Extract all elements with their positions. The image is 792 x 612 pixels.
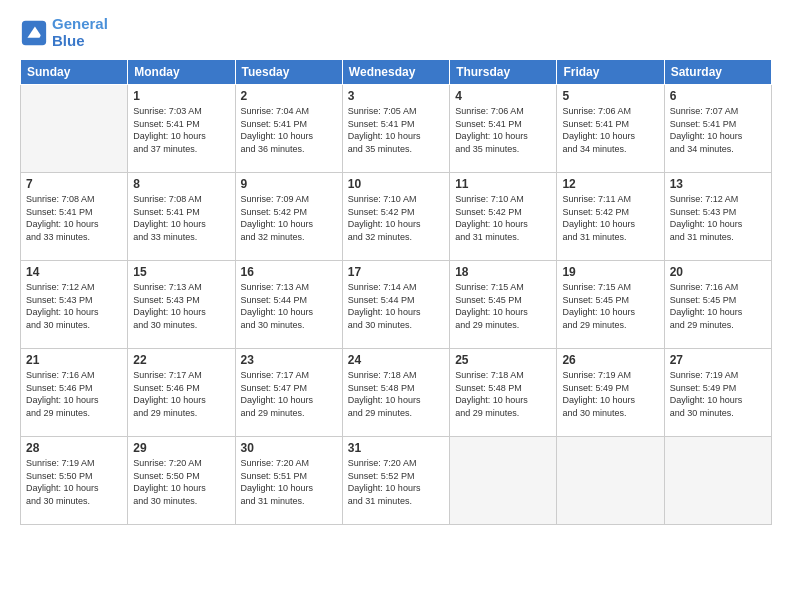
day-number: 3 bbox=[348, 89, 444, 103]
cell-info: Sunrise: 7:19 AM Sunset: 5:50 PM Dayligh… bbox=[26, 457, 122, 507]
cell-info: Sunrise: 7:20 AM Sunset: 5:50 PM Dayligh… bbox=[133, 457, 229, 507]
day-header-sunday: Sunday bbox=[21, 60, 128, 85]
day-number: 29 bbox=[133, 441, 229, 455]
cell-info: Sunrise: 7:11 AM Sunset: 5:42 PM Dayligh… bbox=[562, 193, 658, 243]
calendar-week-row: 28Sunrise: 7:19 AM Sunset: 5:50 PM Dayli… bbox=[21, 437, 772, 525]
cell-info: Sunrise: 7:12 AM Sunset: 5:43 PM Dayligh… bbox=[670, 193, 766, 243]
day-number: 17 bbox=[348, 265, 444, 279]
calendar-table: SundayMondayTuesdayWednesdayThursdayFrid… bbox=[20, 59, 772, 525]
calendar-cell: 1Sunrise: 7:03 AM Sunset: 5:41 PM Daylig… bbox=[128, 85, 235, 173]
day-number: 11 bbox=[455, 177, 551, 191]
logo: General Blue bbox=[20, 16, 108, 49]
cell-info: Sunrise: 7:14 AM Sunset: 5:44 PM Dayligh… bbox=[348, 281, 444, 331]
day-number: 6 bbox=[670, 89, 766, 103]
calendar-cell: 14Sunrise: 7:12 AM Sunset: 5:43 PM Dayli… bbox=[21, 261, 128, 349]
calendar-cell: 9Sunrise: 7:09 AM Sunset: 5:42 PM Daylig… bbox=[235, 173, 342, 261]
cell-info: Sunrise: 7:09 AM Sunset: 5:42 PM Dayligh… bbox=[241, 193, 337, 243]
cell-info: Sunrise: 7:15 AM Sunset: 5:45 PM Dayligh… bbox=[562, 281, 658, 331]
cell-info: Sunrise: 7:16 AM Sunset: 5:45 PM Dayligh… bbox=[670, 281, 766, 331]
day-number: 30 bbox=[241, 441, 337, 455]
day-number: 13 bbox=[670, 177, 766, 191]
day-number: 23 bbox=[241, 353, 337, 367]
calendar-cell: 7Sunrise: 7:08 AM Sunset: 5:41 PM Daylig… bbox=[21, 173, 128, 261]
cell-info: Sunrise: 7:04 AM Sunset: 5:41 PM Dayligh… bbox=[241, 105, 337, 155]
day-number: 2 bbox=[241, 89, 337, 103]
calendar-cell: 3Sunrise: 7:05 AM Sunset: 5:41 PM Daylig… bbox=[342, 85, 449, 173]
calendar-cell: 6Sunrise: 7:07 AM Sunset: 5:41 PM Daylig… bbox=[664, 85, 771, 173]
cell-info: Sunrise: 7:18 AM Sunset: 5:48 PM Dayligh… bbox=[455, 369, 551, 419]
calendar-cell: 25Sunrise: 7:18 AM Sunset: 5:48 PM Dayli… bbox=[450, 349, 557, 437]
cell-info: Sunrise: 7:06 AM Sunset: 5:41 PM Dayligh… bbox=[455, 105, 551, 155]
calendar-week-row: 21Sunrise: 7:16 AM Sunset: 5:46 PM Dayli… bbox=[21, 349, 772, 437]
page-container: General Blue SundayMondayTuesdayWednesda… bbox=[0, 0, 792, 612]
cell-info: Sunrise: 7:10 AM Sunset: 5:42 PM Dayligh… bbox=[455, 193, 551, 243]
day-number: 15 bbox=[133, 265, 229, 279]
calendar-cell bbox=[450, 437, 557, 525]
calendar-cell bbox=[21, 85, 128, 173]
calendar-cell: 2Sunrise: 7:04 AM Sunset: 5:41 PM Daylig… bbox=[235, 85, 342, 173]
day-number: 31 bbox=[348, 441, 444, 455]
calendar-cell: 16Sunrise: 7:13 AM Sunset: 5:44 PM Dayli… bbox=[235, 261, 342, 349]
calendar-week-row: 7Sunrise: 7:08 AM Sunset: 5:41 PM Daylig… bbox=[21, 173, 772, 261]
calendar-cell: 12Sunrise: 7:11 AM Sunset: 5:42 PM Dayli… bbox=[557, 173, 664, 261]
calendar-cell: 30Sunrise: 7:20 AM Sunset: 5:51 PM Dayli… bbox=[235, 437, 342, 525]
day-header-thursday: Thursday bbox=[450, 60, 557, 85]
day-header-tuesday: Tuesday bbox=[235, 60, 342, 85]
day-number: 27 bbox=[670, 353, 766, 367]
day-number: 5 bbox=[562, 89, 658, 103]
day-number: 8 bbox=[133, 177, 229, 191]
calendar-cell bbox=[664, 437, 771, 525]
cell-info: Sunrise: 7:18 AM Sunset: 5:48 PM Dayligh… bbox=[348, 369, 444, 419]
day-number: 26 bbox=[562, 353, 658, 367]
day-header-saturday: Saturday bbox=[664, 60, 771, 85]
calendar-cell: 27Sunrise: 7:19 AM Sunset: 5:49 PM Dayli… bbox=[664, 349, 771, 437]
cell-info: Sunrise: 7:20 AM Sunset: 5:52 PM Dayligh… bbox=[348, 457, 444, 507]
day-number: 22 bbox=[133, 353, 229, 367]
calendar-cell: 10Sunrise: 7:10 AM Sunset: 5:42 PM Dayli… bbox=[342, 173, 449, 261]
day-number: 21 bbox=[26, 353, 122, 367]
logo-text: General Blue bbox=[52, 16, 108, 49]
cell-info: Sunrise: 7:12 AM Sunset: 5:43 PM Dayligh… bbox=[26, 281, 122, 331]
calendar-week-row: 1Sunrise: 7:03 AM Sunset: 5:41 PM Daylig… bbox=[21, 85, 772, 173]
calendar-cell: 21Sunrise: 7:16 AM Sunset: 5:46 PM Dayli… bbox=[21, 349, 128, 437]
day-number: 7 bbox=[26, 177, 122, 191]
calendar-cell bbox=[557, 437, 664, 525]
day-number: 28 bbox=[26, 441, 122, 455]
calendar-cell: 15Sunrise: 7:13 AM Sunset: 5:43 PM Dayli… bbox=[128, 261, 235, 349]
calendar-cell: 22Sunrise: 7:17 AM Sunset: 5:46 PM Dayli… bbox=[128, 349, 235, 437]
logo-icon bbox=[20, 19, 48, 47]
cell-info: Sunrise: 7:17 AM Sunset: 5:46 PM Dayligh… bbox=[133, 369, 229, 419]
calendar-header-row: SundayMondayTuesdayWednesdayThursdayFrid… bbox=[21, 60, 772, 85]
day-header-monday: Monday bbox=[128, 60, 235, 85]
calendar-cell: 24Sunrise: 7:18 AM Sunset: 5:48 PM Dayli… bbox=[342, 349, 449, 437]
cell-info: Sunrise: 7:20 AM Sunset: 5:51 PM Dayligh… bbox=[241, 457, 337, 507]
cell-info: Sunrise: 7:19 AM Sunset: 5:49 PM Dayligh… bbox=[670, 369, 766, 419]
cell-info: Sunrise: 7:07 AM Sunset: 5:41 PM Dayligh… bbox=[670, 105, 766, 155]
calendar-cell: 29Sunrise: 7:20 AM Sunset: 5:50 PM Dayli… bbox=[128, 437, 235, 525]
day-number: 1 bbox=[133, 89, 229, 103]
day-number: 12 bbox=[562, 177, 658, 191]
cell-info: Sunrise: 7:13 AM Sunset: 5:44 PM Dayligh… bbox=[241, 281, 337, 331]
cell-info: Sunrise: 7:15 AM Sunset: 5:45 PM Dayligh… bbox=[455, 281, 551, 331]
calendar-cell: 13Sunrise: 7:12 AM Sunset: 5:43 PM Dayli… bbox=[664, 173, 771, 261]
header: General Blue bbox=[20, 16, 772, 49]
day-number: 10 bbox=[348, 177, 444, 191]
calendar-cell: 11Sunrise: 7:10 AM Sunset: 5:42 PM Dayli… bbox=[450, 173, 557, 261]
cell-info: Sunrise: 7:19 AM Sunset: 5:49 PM Dayligh… bbox=[562, 369, 658, 419]
cell-info: Sunrise: 7:16 AM Sunset: 5:46 PM Dayligh… bbox=[26, 369, 122, 419]
cell-info: Sunrise: 7:06 AM Sunset: 5:41 PM Dayligh… bbox=[562, 105, 658, 155]
calendar-week-row: 14Sunrise: 7:12 AM Sunset: 5:43 PM Dayli… bbox=[21, 261, 772, 349]
day-number: 18 bbox=[455, 265, 551, 279]
day-header-friday: Friday bbox=[557, 60, 664, 85]
calendar-cell: 31Sunrise: 7:20 AM Sunset: 5:52 PM Dayli… bbox=[342, 437, 449, 525]
calendar-cell: 19Sunrise: 7:15 AM Sunset: 5:45 PM Dayli… bbox=[557, 261, 664, 349]
day-number: 20 bbox=[670, 265, 766, 279]
calendar-cell: 23Sunrise: 7:17 AM Sunset: 5:47 PM Dayli… bbox=[235, 349, 342, 437]
cell-info: Sunrise: 7:08 AM Sunset: 5:41 PM Dayligh… bbox=[26, 193, 122, 243]
cell-info: Sunrise: 7:08 AM Sunset: 5:41 PM Dayligh… bbox=[133, 193, 229, 243]
cell-info: Sunrise: 7:05 AM Sunset: 5:41 PM Dayligh… bbox=[348, 105, 444, 155]
cell-info: Sunrise: 7:03 AM Sunset: 5:41 PM Dayligh… bbox=[133, 105, 229, 155]
calendar-cell: 20Sunrise: 7:16 AM Sunset: 5:45 PM Dayli… bbox=[664, 261, 771, 349]
calendar-cell: 17Sunrise: 7:14 AM Sunset: 5:44 PM Dayli… bbox=[342, 261, 449, 349]
calendar-cell: 5Sunrise: 7:06 AM Sunset: 5:41 PM Daylig… bbox=[557, 85, 664, 173]
